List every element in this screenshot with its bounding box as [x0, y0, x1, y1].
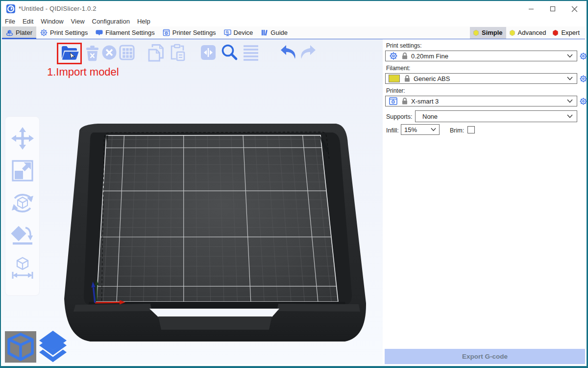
tab-bar: Plater Print Settings Filamen	[2, 26, 585, 39]
menu-help[interactable]: Help	[133, 18, 154, 25]
chevron-down-icon	[567, 114, 573, 118]
chevron-down-icon	[567, 99, 573, 103]
tab-label: Plater	[16, 29, 32, 36]
delete-all-icon	[101, 45, 117, 60]
place-on-face-gizmo-button[interactable]	[11, 224, 34, 249]
tab-label: Device	[234, 29, 253, 36]
tab-printer-settings[interactable]: Printer Settings	[159, 26, 220, 39]
redo-button[interactable]	[299, 44, 317, 62]
preview-layers-icon	[37, 331, 69, 363]
title-bar: *Untitled - QIDISlicer-1.0.2	[2, 2, 585, 16]
filament-color-swatch	[389, 75, 400, 82]
menu-window[interactable]: Window	[37, 18, 67, 25]
print-bed	[2, 39, 383, 364]
gizmo-toolbar	[5, 117, 39, 295]
menu-view[interactable]: View	[67, 18, 88, 25]
brim-checkbox[interactable]	[467, 126, 475, 133]
simple-mode-icon	[473, 30, 479, 36]
print-settings-gear-button[interactable]	[580, 53, 587, 60]
print-settings-icon	[40, 29, 48, 36]
maximize-button[interactable]	[542, 2, 564, 16]
menu-file[interactable]: File	[2, 18, 19, 25]
chevron-down-icon	[431, 128, 436, 131]
preview-view-button[interactable]	[37, 331, 69, 363]
infill-value: 15%	[404, 126, 417, 133]
move-gizmo-button[interactable]	[11, 127, 34, 152]
filament-combo[interactable]: Generic ABS	[385, 73, 577, 84]
copy-button[interactable]	[147, 44, 164, 64]
infill-combo[interactable]: 15%	[401, 124, 440, 135]
print-settings-value: 0.20mm Fine	[411, 53, 448, 60]
editor-view-button[interactable]	[5, 331, 36, 363]
printer-label: Printer:	[386, 87, 405, 94]
tab-device[interactable]: Device	[220, 26, 257, 39]
printer-value: X-smart 3	[411, 98, 439, 105]
variable-layer-height-button[interactable]	[200, 44, 217, 63]
delete-button[interactable]	[85, 45, 100, 64]
layers-list-icon	[243, 44, 259, 61]
close-button[interactable]	[564, 2, 585, 16]
scale-icon	[11, 159, 34, 183]
print-profile-gear-icon	[390, 52, 397, 60]
filament-gear-button[interactable]	[580, 75, 587, 82]
supports-value: None	[422, 113, 438, 120]
mode-expert[interactable]: Expert	[549, 27, 583, 39]
menu-bar: File Edit Window View Configuration Help	[2, 16, 585, 26]
mode-simple[interactable]: Simple	[470, 27, 506, 39]
menu-edit[interactable]: Edit	[19, 18, 37, 25]
lock-icon	[404, 75, 410, 82]
redo-icon	[299, 44, 317, 60]
delete-icon	[85, 45, 100, 62]
editor-cube-icon	[5, 331, 36, 363]
window-title: *Untitled - QIDISlicer-1.0.2	[19, 5, 97, 12]
import-annotation: 1.Import model	[47, 66, 119, 79]
undo-button[interactable]	[279, 44, 297, 62]
measure-gizmo-button[interactable]	[11, 256, 34, 282]
tab-label: Guide	[270, 29, 288, 36]
layers-list-button[interactable]	[243, 44, 259, 63]
printer-icon	[389, 97, 397, 105]
variable-layer-height-icon	[200, 44, 217, 61]
arrange-icon	[119, 45, 135, 60]
supports-combo[interactable]: None	[415, 110, 577, 122]
lock-icon	[402, 98, 408, 105]
export-gcode-button[interactable]: Export G-code	[385, 349, 585, 364]
minimize-button[interactable]	[520, 2, 542, 16]
tab-plater[interactable]: Plater	[2, 26, 36, 39]
app-logo-icon	[6, 4, 15, 13]
rotate-icon	[11, 191, 34, 215]
paste-button[interactable]	[169, 44, 186, 64]
delete-all-button[interactable]	[101, 45, 117, 62]
printer-settings-icon	[163, 29, 170, 36]
application-window: *Untitled - QIDISlicer-1.0.2 File Edit W…	[0, 0, 588, 368]
printer-gear-button[interactable]	[580, 98, 587, 105]
search-button[interactable]	[220, 43, 239, 64]
undo-icon	[279, 44, 297, 60]
copy-icon	[147, 44, 164, 62]
printer-combo[interactable]: X-smart 3	[385, 96, 577, 106]
filament-settings-icon	[96, 29, 103, 36]
print-settings-label: Print settings:	[386, 42, 422, 49]
lock-icon	[402, 53, 408, 59]
viewport-3d[interactable]: 1.Import model	[2, 39, 383, 364]
guide-icon	[261, 29, 268, 36]
move-icon	[11, 127, 34, 150]
print-settings-combo[interactable]: 0.20mm Fine	[385, 51, 577, 61]
supports-label: Supports:	[386, 113, 413, 120]
menu-configuration[interactable]: Configuration	[88, 18, 133, 25]
chevron-down-icon	[567, 77, 573, 80]
mode-advanced[interactable]: Advanced	[506, 27, 550, 39]
import-highlight-box	[57, 43, 82, 64]
tab-print-settings[interactable]: Print Settings	[36, 26, 92, 39]
arrange-button[interactable]	[119, 45, 135, 62]
rotate-gizmo-button[interactable]	[11, 191, 34, 217]
tab-guide[interactable]: Guide	[257, 26, 292, 39]
search-icon	[220, 43, 239, 62]
tab-label: Filament Settings	[105, 29, 154, 36]
filament-label: Filament:	[386, 65, 410, 72]
place-on-face-icon	[11, 224, 34, 247]
tab-label: Print Settings	[50, 29, 88, 36]
tab-filament-settings[interactable]: Filament Settings	[92, 26, 158, 39]
advanced-mode-icon	[510, 30, 515, 36]
scale-gizmo-button[interactable]	[11, 159, 34, 184]
